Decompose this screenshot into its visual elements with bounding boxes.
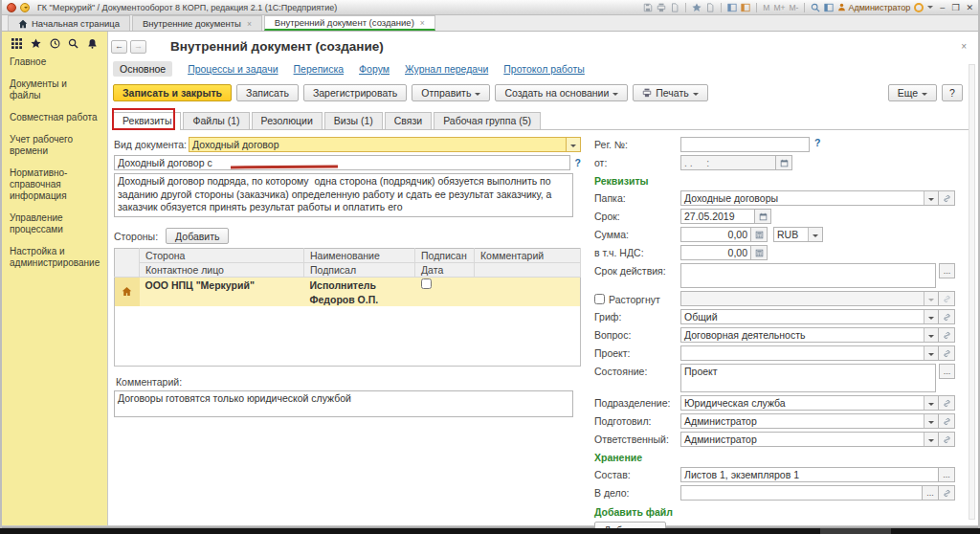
document-title-input[interactable]: [114, 155, 570, 170]
help-question-icon[interactable]: ?: [814, 137, 820, 148]
favorites-icon[interactable]: [692, 3, 702, 12]
memory-mplus-button[interactable]: M+: [773, 3, 785, 12]
document-icon[interactable]: [705, 3, 715, 12]
calendar-icon[interactable]: [755, 209, 771, 224]
save-icon[interactable]: [643, 3, 653, 12]
tab-resolutions[interactable]: Резолюции: [252, 112, 323, 129]
column-header-date[interactable]: Дата: [415, 263, 475, 278]
column-header-name[interactable]: Наименование: [304, 249, 415, 263]
restore-button[interactable]: ❒: [951, 3, 959, 12]
dropdown-button[interactable]: [924, 346, 938, 360]
dropdown-button[interactable]: [924, 414, 938, 428]
zoom-icon[interactable]: [811, 3, 820, 12]
terminated-checkbox[interactable]: [594, 294, 605, 304]
doc-type-combo[interactable]: Доходный договор: [189, 137, 581, 152]
back-button[interactable]: ←: [111, 40, 127, 54]
due-date-input[interactable]: [680, 209, 755, 224]
calculator-icon[interactable]: [751, 245, 768, 260]
column-header-signed-by[interactable]: Подписал: [304, 263, 415, 278]
memory-mminus-button[interactable]: M-: [790, 3, 799, 12]
tab-working-group[interactable]: Рабочая группа (5): [434, 112, 541, 129]
sidebar-item-documents-files[interactable]: Документы и файлы: [10, 78, 100, 101]
vat-input[interactable]: [680, 245, 751, 260]
state-textarea[interactable]: Проект: [680, 364, 936, 392]
open-link-icon[interactable]: [939, 413, 955, 429]
current-user[interactable]: Администратор: [837, 3, 910, 12]
sidebar-item-settings-administration[interactable]: Настройка и администрирование: [10, 246, 100, 269]
dropdown-button[interactable]: [924, 191, 938, 205]
column-header-party[interactable]: Сторона: [140, 249, 304, 263]
send-button[interactable]: Отправить: [412, 84, 490, 101]
case-more-button[interactable]: ...: [923, 485, 939, 501]
composition-input[interactable]: [680, 467, 939, 482]
close-window-button[interactable]: ✕: [966, 3, 973, 12]
prepared-by-combo[interactable]: Администратор: [680, 413, 939, 429]
document-description-textarea[interactable]: Доходный договор подряда, по которому од…: [114, 173, 573, 217]
contact-cell[interactable]: [140, 292, 304, 306]
star-icon[interactable]: [31, 38, 41, 49]
reg-number-input[interactable]: [680, 137, 810, 152]
minimize-button[interactable]: –: [940, 3, 945, 12]
print-button[interactable]: Печать: [633, 84, 707, 101]
open-link-icon[interactable]: [939, 190, 955, 206]
tab-requisites[interactable]: Реквизиты: [113, 112, 181, 130]
app-logo-icon[interactable]: [7, 3, 16, 12]
save-button[interactable]: Записать: [236, 84, 299, 101]
dropdown-button[interactable]: [924, 396, 938, 410]
preview-icon[interactable]: [670, 3, 679, 12]
open-link-icon[interactable]: [939, 395, 955, 411]
open-link-icon[interactable]: [939, 485, 955, 501]
panel-orange-icon[interactable]: [741, 3, 750, 12]
date-cell[interactable]: [415, 292, 475, 306]
sidebar-item-process-management[interactable]: Управление процессами: [10, 212, 100, 235]
nav-main[interactable]: Основное: [113, 61, 172, 77]
forward-button[interactable]: →: [130, 40, 146, 54]
sidebar-item-time-tracking[interactable]: Учет рабочего времени: [10, 134, 100, 157]
folder-combo[interactable]: Доходные договоры: [680, 190, 939, 206]
signed-checkbox[interactable]: [421, 278, 432, 289]
state-more-button[interactable]: ...: [939, 364, 955, 379]
open-link-icon[interactable]: [939, 432, 955, 447]
form-scrollbar[interactable]: [969, 64, 975, 520]
print-icon[interactable]: [657, 3, 666, 12]
panels-icon[interactable]: [824, 3, 834, 12]
sidebar-item-main[interactable]: Главное: [10, 56, 100, 68]
history-icon[interactable]: [50, 38, 60, 49]
dropdown-button[interactable]: [924, 310, 938, 323]
validity-textarea[interactable]: [680, 263, 936, 288]
tab-home-page[interactable]: Начальная страница: [8, 15, 130, 31]
column-header-contact[interactable]: Контактное лицо: [140, 263, 304, 278]
nav-correspondence[interactable]: Переписка: [294, 63, 345, 75]
bell-icon[interactable]: [87, 38, 98, 49]
party-cell[interactable]: ООО НПЦ "Меркурий": [140, 278, 304, 293]
calculator-icon[interactable]: [751, 227, 768, 242]
grid-menu-icon[interactable]: [11, 38, 22, 49]
open-link-icon[interactable]: [939, 327, 955, 343]
validity-more-button[interactable]: ...: [939, 263, 955, 278]
dropdown-button[interactable]: [924, 328, 938, 342]
column-header-comment[interactable]: Комментарий: [475, 249, 581, 263]
nav-forum[interactable]: Форум: [359, 63, 390, 75]
project-combo[interactable]: [680, 345, 939, 361]
taskbar-item[interactable]: [820, 528, 891, 534]
table-row[interactable]: ООО НПЦ "Меркурий" Исполнитель: [115, 278, 581, 293]
open-link-icon[interactable]: [939, 291, 955, 306]
tab-internal-documents[interactable]: Внутренние документы ×: [132, 15, 262, 31]
reg-date-input[interactable]: [680, 155, 776, 170]
info-icon[interactable]: [914, 3, 924, 12]
terminated-combo[interactable]: [680, 291, 939, 306]
memory-m-button[interactable]: M: [763, 3, 769, 12]
currency-combo[interactable]: RUB: [773, 227, 823, 242]
dropdown-button[interactable]: [566, 138, 580, 151]
dropdown-button[interactable]: [924, 433, 938, 446]
case-input[interactable]: [680, 485, 923, 501]
add-party-button[interactable]: Добавить: [166, 228, 229, 244]
table-empty-area[interactable]: [115, 306, 581, 366]
amount-input[interactable]: [680, 227, 751, 242]
responsible-combo[interactable]: Администратор: [680, 432, 939, 447]
tab-files[interactable]: Файлы (1): [183, 112, 249, 129]
composition-more-button[interactable]: ...: [939, 467, 955, 482]
close-form-icon[interactable]: ×: [961, 41, 969, 52]
chevron-down-icon[interactable]: [927, 6, 933, 11]
main-menu-icon[interactable]: [20, 3, 30, 12]
